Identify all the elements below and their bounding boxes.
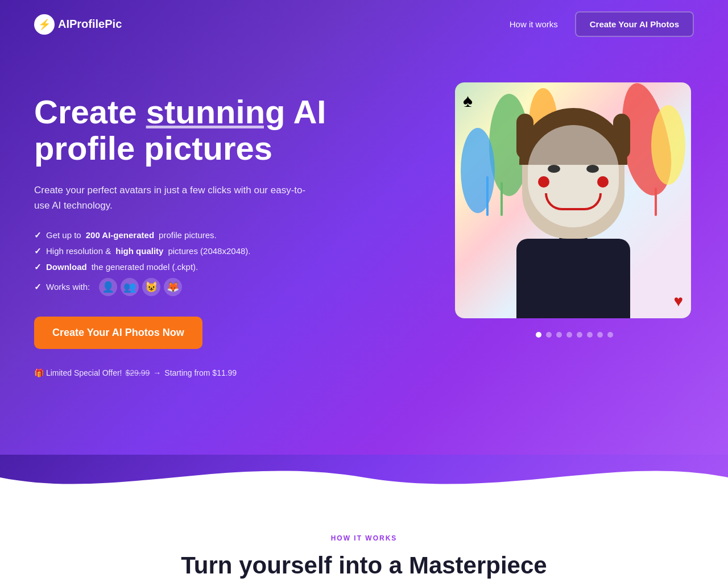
portrait xyxy=(494,114,653,318)
paint-drip-4 xyxy=(486,176,489,216)
arrow-icon: → xyxy=(153,368,161,377)
carousel-dot-1[interactable] xyxy=(536,332,541,338)
heart-icon: ♥ xyxy=(673,292,683,310)
hero-left: Create stunning AI profile pictures Crea… xyxy=(34,82,364,377)
section-title: Turn yourself into a Masterpiece xyxy=(34,551,694,580)
platform-icon-github: 😺 xyxy=(142,278,160,296)
carousel-dot-2[interactable] xyxy=(546,332,552,338)
offer-text: 🎁 Limited Special Offer! $29.99 → Starti… xyxy=(34,368,364,377)
navigation: ⚡ AIProfilePic How it works Create Your … xyxy=(34,0,694,48)
platform-icons: 👤 👥 😺 🦊 xyxy=(99,278,182,296)
platform-icon-linkedin: 👤 xyxy=(99,278,117,296)
platform-icon-facebook: 👥 xyxy=(121,278,139,296)
paint-drip-3 xyxy=(655,188,657,216)
nav-links: How it works Create Your AI Photos xyxy=(510,11,694,37)
logo-link[interactable]: ⚡ AIProfilePic xyxy=(34,14,122,35)
how-it-works-link[interactable]: How it works xyxy=(510,19,558,29)
spade-icon: ♠ xyxy=(463,90,473,111)
eye-right xyxy=(586,165,599,173)
clown-dot-right xyxy=(597,176,609,188)
joker-background xyxy=(455,82,691,318)
paint-yellow xyxy=(651,105,685,185)
features-list: Get up to 200 AI-generated profile pictu… xyxy=(34,230,364,296)
carousel-dot-5[interactable] xyxy=(577,332,582,338)
logo-text: AIProfilePic xyxy=(58,18,122,31)
carousel-dot-6[interactable] xyxy=(587,332,593,338)
hero-image-section: ♠ ♥ xyxy=(455,82,694,338)
carousel-dot-4[interactable] xyxy=(566,332,572,338)
feature-item-2: High resolution & high quality pictures … xyxy=(34,246,364,256)
price-new: Starting from $11.99 xyxy=(164,368,237,377)
hero-title: Create stunning AI profile pictures xyxy=(34,94,364,167)
head xyxy=(522,114,624,239)
eye-left xyxy=(548,165,560,173)
carousel-dot-3[interactable] xyxy=(556,332,562,338)
carousel-dot-8[interactable] xyxy=(607,332,613,338)
mouth xyxy=(545,193,602,210)
feature-item-1: Get up to 200 AI-generated profile pictu… xyxy=(34,230,364,240)
hero-cta-button[interactable]: Create Your AI Photos Now xyxy=(34,317,202,349)
carousel-dot-7[interactable] xyxy=(597,332,603,338)
feature-item-3: Download the generated model (.ckpt). xyxy=(34,262,364,272)
hair-side-right xyxy=(613,114,630,159)
carousel-dots xyxy=(455,332,694,338)
how-it-works-section: HOW IT WORKS Turn yourself into a Master… xyxy=(0,500,728,582)
hero-content: Create stunning AI profile pictures Crea… xyxy=(34,48,694,377)
paint-blue xyxy=(461,128,495,213)
clown-dot-left xyxy=(538,176,549,188)
torso xyxy=(516,239,630,318)
hero-image-container: ♠ ♥ xyxy=(455,82,691,318)
hero-title-highlight: stunning xyxy=(146,93,286,130)
platform-icon-twitter: 🦊 xyxy=(164,278,182,296)
wave-divider xyxy=(0,455,728,500)
nav-cta-button[interactable]: Create Your AI Photos xyxy=(575,11,694,37)
price-old: $29.99 xyxy=(125,368,150,377)
feature-item-4: Works with: 👤 👥 😺 🦊 xyxy=(34,278,364,296)
hero-subtitle: Create your perfect avatars in just a fe… xyxy=(34,182,307,213)
logo-icon: ⚡ xyxy=(34,14,55,35)
section-label: HOW IT WORKS xyxy=(34,534,694,542)
